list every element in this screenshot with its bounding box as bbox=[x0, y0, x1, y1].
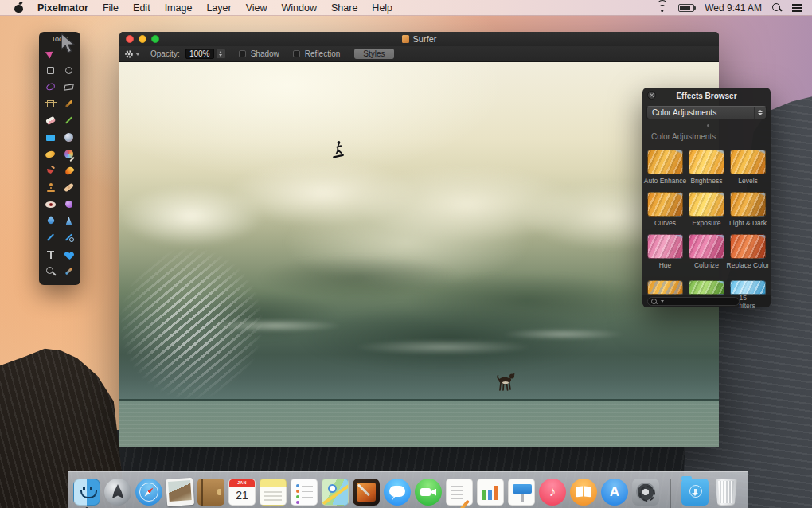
filter-thumbnail[interactable] bbox=[647, 192, 683, 217]
menu-edit[interactable]: Edit bbox=[133, 2, 150, 14]
trash-icon[interactable] bbox=[715, 479, 737, 506]
rect-select-tool-icon[interactable] bbox=[45, 65, 56, 76]
ellipse-select-tool-icon[interactable] bbox=[64, 65, 74, 76]
pages-icon[interactable] bbox=[446, 479, 473, 506]
filter-thumbnail[interactable] bbox=[689, 150, 724, 174]
zoom-tool-icon[interactable] bbox=[45, 266, 56, 276]
opacity-stepper[interactable] bbox=[216, 49, 226, 59]
filter-light-dark[interactable]: Light & Dark bbox=[730, 192, 766, 227]
menu-file[interactable]: File bbox=[103, 2, 119, 14]
gear-menu-button[interactable] bbox=[124, 49, 140, 59]
title-bar[interactable]: Surfer bbox=[119, 32, 719, 46]
opacity-value-field[interactable]: 100% bbox=[185, 49, 214, 59]
ibooks-icon[interactable] bbox=[570, 479, 597, 506]
move-tool-icon[interactable] bbox=[45, 49, 56, 59]
rect-shape-tool-icon[interactable] bbox=[45, 132, 56, 143]
itunes-icon[interactable]: ♪ bbox=[539, 479, 566, 506]
contacts-icon[interactable] bbox=[197, 479, 224, 506]
styles-button[interactable]: Styles bbox=[354, 49, 393, 59]
filter-hue[interactable]: Hue bbox=[647, 234, 683, 269]
document-proxy-icon[interactable] bbox=[402, 35, 409, 43]
downloads-folder-icon[interactable] bbox=[681, 479, 709, 506]
type-tool-icon[interactable] bbox=[45, 249, 56, 260]
pen-tool-icon[interactable] bbox=[45, 233, 56, 243]
filter-replace-color[interactable]: Replace Color bbox=[730, 234, 766, 269]
shape-tool-icon[interactable] bbox=[64, 249, 74, 260]
notification-center-icon[interactable] bbox=[792, 3, 802, 12]
wifi-icon[interactable] bbox=[656, 3, 668, 12]
pixelmator-icon[interactable] bbox=[353, 479, 380, 506]
freeform-pen-tool-icon[interactable] bbox=[64, 233, 74, 243]
filter-label: Curves bbox=[654, 219, 676, 227]
launchpad-icon[interactable] bbox=[104, 479, 131, 506]
filter-brightness[interactable]: Brightness bbox=[689, 150, 724, 185]
burn-tool-icon[interactable] bbox=[64, 166, 74, 176]
minimize-button[interactable] bbox=[139, 35, 146, 43]
heal-tool-icon[interactable] bbox=[64, 182, 74, 193]
stroke-tool-icon[interactable] bbox=[64, 115, 74, 126]
filter-search-field[interactable] bbox=[647, 297, 740, 306]
apple-menu-icon[interactable] bbox=[14, 2, 23, 13]
filter-curves[interactable]: Curves bbox=[647, 192, 683, 227]
polygon-lasso-tool-icon[interactable] bbox=[64, 82, 74, 92]
red-eye-tool-icon[interactable] bbox=[45, 199, 56, 209]
filter-thumbnail[interactable] bbox=[647, 150, 683, 174]
saturate-tool-icon[interactable] bbox=[64, 199, 74, 209]
shadow-checkbox[interactable] bbox=[239, 50, 246, 57]
menu-help[interactable]: Help bbox=[372, 2, 392, 14]
filter-colorize[interactable]: Colorize bbox=[689, 234, 724, 269]
zoom-button[interactable] bbox=[151, 35, 159, 43]
filter-thumbnail[interactable] bbox=[730, 234, 766, 259]
app-store-icon[interactable]: A bbox=[601, 479, 628, 506]
brush-tool-icon[interactable] bbox=[64, 149, 74, 159]
menu-window[interactable]: Window bbox=[282, 2, 317, 14]
filter-auto-enhance[interactable]: Auto Enhance bbox=[647, 150, 683, 185]
gradient-tool-icon[interactable] bbox=[64, 132, 74, 143]
numbers-icon[interactable] bbox=[477, 479, 504, 506]
category-dropdown[interactable]: Color Adjustments bbox=[646, 106, 767, 119]
eyedropper-tool-icon[interactable] bbox=[64, 266, 74, 276]
filter-thumbnail[interactable] bbox=[647, 234, 683, 259]
filter-exposure[interactable]: Exposure bbox=[689, 192, 724, 227]
close-button[interactable] bbox=[126, 35, 134, 43]
crop-tool-icon[interactable] bbox=[45, 99, 56, 109]
menu-app-name[interactable]: Pixelmator bbox=[37, 2, 88, 14]
reflection-checkbox[interactable] bbox=[293, 50, 300, 57]
menu-view[interactable]: View bbox=[246, 2, 267, 14]
system-preferences-icon[interactable] bbox=[632, 479, 659, 506]
filter-thumbnail-partial[interactable] bbox=[689, 280, 724, 295]
eraser-tool-icon[interactable] bbox=[45, 115, 56, 126]
panel-close-icon[interactable] bbox=[647, 91, 656, 100]
blur-tool-icon[interactable] bbox=[45, 216, 56, 226]
menu-image[interactable]: Image bbox=[165, 2, 193, 14]
facetime-icon[interactable] bbox=[415, 479, 442, 506]
finder-icon[interactable] bbox=[73, 479, 100, 506]
messages-icon[interactable] bbox=[384, 479, 411, 506]
filter-thumbnail[interactable] bbox=[689, 192, 724, 217]
notes-icon[interactable] bbox=[260, 479, 287, 506]
paint-bucket-tool-icon[interactable] bbox=[45, 166, 56, 176]
filter-thumbnail[interactable] bbox=[689, 234, 724, 259]
battery-icon[interactable] bbox=[678, 4, 694, 12]
pencil-tool-icon[interactable] bbox=[64, 99, 74, 109]
clone-stamp-tool-icon[interactable] bbox=[45, 182, 56, 193]
menu-clock[interactable]: Wed 9:41 AM bbox=[705, 2, 762, 14]
safari-icon[interactable] bbox=[135, 479, 162, 506]
spotlight-search-icon[interactable] bbox=[772, 3, 782, 13]
lasso-tool-icon[interactable] bbox=[45, 82, 56, 92]
keynote-icon[interactable] bbox=[508, 479, 535, 506]
filter-levels[interactable]: Levels bbox=[730, 150, 766, 185]
filter-thumbnail-partial[interactable] bbox=[730, 280, 766, 295]
image-canvas[interactable] bbox=[119, 62, 719, 447]
sharpen-tool-icon[interactable] bbox=[64, 216, 74, 226]
filter-thumbnail[interactable] bbox=[730, 192, 766, 217]
calendar-icon[interactable]: JAN 21 bbox=[228, 479, 256, 506]
sponge-tool-icon[interactable] bbox=[45, 149, 56, 159]
photos-icon[interactable] bbox=[166, 478, 194, 506]
filter-thumbnail[interactable] bbox=[730, 150, 766, 174]
maps-icon[interactable] bbox=[322, 479, 349, 506]
menu-share[interactable]: Share bbox=[331, 2, 357, 14]
filter-thumbnail-partial[interactable] bbox=[647, 280, 683, 295]
menu-layer[interactable]: Layer bbox=[206, 2, 231, 14]
reminders-icon[interactable] bbox=[291, 479, 318, 506]
